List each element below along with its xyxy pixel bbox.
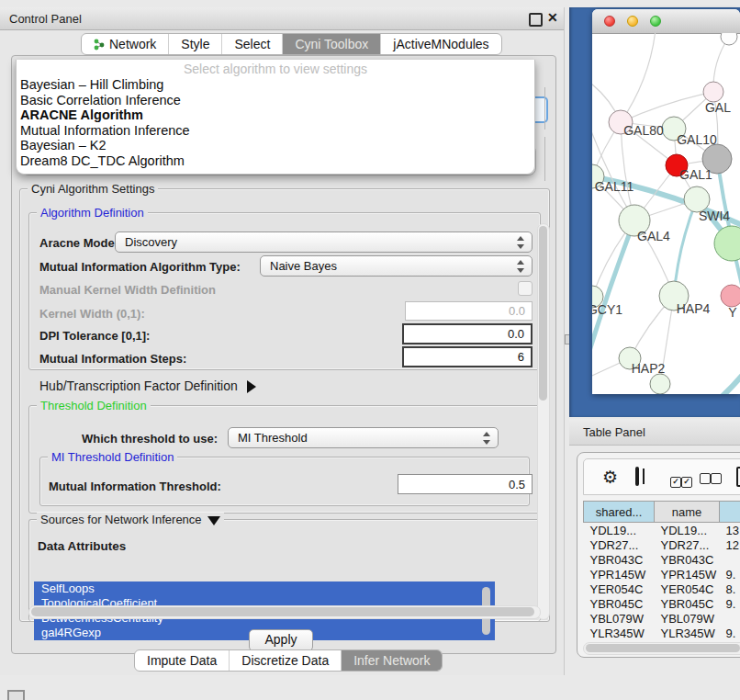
network-node-y[interactable] [721,285,740,307]
tab-select[interactable]: Select [222,34,283,54]
mi-type-combo[interactable]: Naive Bayes [260,255,533,277]
groupbox-fragment [544,87,545,130]
close-icon[interactable]: ✕ [547,10,558,25]
table-row[interactable]: YBL079WYBL079W [584,611,740,626]
table-cell: YBL079W [584,611,655,626]
document-icon[interactable] [736,467,740,487]
table-header-row[interactable]: shared...nameA [584,502,740,523]
dropdown-placeholder: Select algorithm to view settings [17,60,534,77]
kernel-width-field[interactable]: 0.0 [405,301,533,321]
network-edge[interactable] [621,33,656,122]
tab-infer-network[interactable]: Infer Network [342,650,442,671]
network-edge[interactable] [621,92,713,122]
algorithm-option[interactable]: Dream8 DC_TDC Algorithm [17,153,534,169]
float-window-icon[interactable] [529,13,543,27]
network-window: GALGAL80GAL10GAL1GAL11SWI4GAL4GCY1HAP4YH… [592,9,740,394]
which-threshold-combo[interactable]: MI Threshold [228,427,499,448]
table-row[interactable]: YDR27...YDR27...12 [584,537,740,552]
algorithm-option[interactable]: ARACNE Algorithm [17,107,534,123]
hub-label: Hub/Transcription Factor Definition [39,378,238,393]
panel-title: Control Panel [9,12,82,26]
combo-value: Naive Bayes [270,259,337,273]
table-row[interactable]: YDL19...YDL19...13 [584,523,740,538]
manual-kernel-checkbox[interactable] [518,281,533,296]
table-cell: YBR043C [584,552,655,567]
network-node-gal[interactable] [703,82,723,102]
network-node-big1[interactable] [714,226,740,261]
tab-cyni-toolbox[interactable]: Cyni Toolbox [283,34,381,54]
column-header[interactable]: name [655,502,720,523]
column-header[interactable]: A [720,502,740,523]
network-window-titlebar[interactable] [592,9,740,34]
hub-section-toggle[interactable]: Hub/Transcription Factor Definition [39,378,256,393]
network-node-b1[interactable] [650,374,670,394]
apply-button[interactable]: Apply [249,629,313,651]
mi-steps-field[interactable]: 6 [402,346,533,367]
dropdown-items: Bayesian – Hill ClimbingBasic Correlatio… [17,77,534,168]
table-row[interactable]: YLR345WYLR345W9. [584,626,740,640]
table-row[interactable]: YER054CYER054C8. [584,581,740,596]
aracne-mode-combo[interactable]: Discovery [115,231,533,253]
minimize-traffic-light-icon[interactable] [627,16,638,27]
settings-hscrollbar[interactable] [28,605,541,619]
network-node-label: GAL80 [623,123,664,138]
table-panel-titlebar: Table Panel [569,419,740,446]
collapsed-arrow-icon [247,380,256,393]
mi-steps-label: Mutual Information Steps: [39,352,186,366]
table-cell: YER054C [655,581,720,596]
network-view-frame: GALGAL80GAL10GAL1GAL11SWI4GAL4GCY1HAP4YH… [569,7,740,417]
table-row[interactable]: YBR045CYBR045C9. [584,596,740,611]
group-title: Threshold Definition [37,399,151,412]
aracne-mode-label: Aracne Mode: [39,236,118,250]
settings-vscrollbar-thumb[interactable] [539,226,547,401]
settings-hscrollbar-thumb[interactable] [31,607,534,616]
table-cell: YDL19... [655,523,720,538]
table-hscrollbar-thumb[interactable] [586,644,740,652]
table-row[interactable]: YBR043CYBR043C [584,552,740,567]
algorithm-dropdown-popup: Select algorithm to view settings Bayesi… [16,60,535,175]
settings-vscrollbar[interactable] [537,223,550,620]
table-cell: 12 [720,537,740,552]
tab-impute-data[interactable]: Impute Data [135,650,230,671]
network-graph[interactable]: GALGAL80GAL10GAL1GAL11SWI4GAL4GCY1HAP4YH… [592,33,740,394]
table-row[interactable]: YPR145WYPR145W9. [584,567,740,581]
columns-icon[interactable] [635,467,639,486]
deselect-all-columns-icon[interactable] [700,471,722,488]
table-cell: 9. [720,567,740,581]
tab-label: Infer Network [353,653,430,668]
table-cell: YPR145W [584,567,655,581]
tab-discretize-data[interactable]: Discretize Data [230,650,342,671]
table-cell [720,552,740,567]
attribute-list-item[interactable]: SelfLoops [34,581,495,596]
tab-jactivemnodules[interactable]: jActiveMNodules [381,34,500,54]
mi-threshold-field[interactable]: 0.5 [398,474,533,494]
algorithm-option[interactable]: Mutual Information Inference [17,123,534,139]
tab-network[interactable]: Network [82,34,169,54]
tab-label: Select [234,37,270,51]
network-node-t1[interactable] [721,33,737,45]
tab-label: Network [109,37,156,51]
column-header[interactable]: shared... [584,502,655,523]
network-node-label: HAP4 [677,301,711,316]
algorithm-option[interactable]: Bayesian – K2 [17,138,534,153]
tab-style[interactable]: Style [169,34,222,54]
gear-icon[interactable]: ⚙ [602,467,618,488]
node-table[interactable]: shared...nameA YDL19...YDL19...13YDR27..… [583,501,740,655]
dpi-tolerance-field[interactable]: 0.0 [402,323,533,344]
algorithm-option[interactable]: Bayesian – Hill Climbing [17,77,534,93]
minimized-panel-icon[interactable] [7,690,25,700]
table-cell: 9. [720,626,740,640]
table-cell: YPR145W [655,567,720,581]
control-panel-window: Control Panel ✕ NetworkStyleSelectCyni T… [0,7,565,675]
close-traffic-light-icon[interactable] [604,16,615,27]
table-cell: YBR045C [655,596,720,611]
network-node-label: HAP2 [632,361,666,376]
network-node-label: GAL1 [679,167,712,182]
algorithm-option[interactable]: Basic Correlation Inference [17,93,534,108]
select-all-columns-icon[interactable]: ✓✓ [670,471,692,488]
sources-toggle[interactable]: Sources for Network Inference [37,513,224,526]
zoom-traffic-light-icon[interactable] [650,16,661,27]
tab-label: Style [181,37,209,51]
table-hscrollbar[interactable] [583,642,740,655]
kernel-width-label: Kernel Width (0,1): [39,307,145,321]
